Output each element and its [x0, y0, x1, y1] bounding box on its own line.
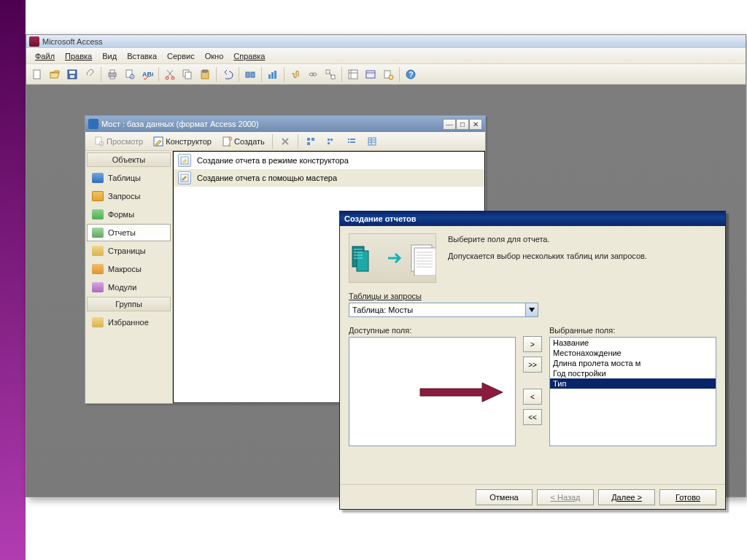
db-titlebar[interactable]: Мост : база данных (формат Access 2000) … [85, 116, 485, 132]
svg-point-22 [312, 73, 317, 76]
svg-rect-40 [330, 139, 333, 141]
list-view-button[interactable] [342, 135, 361, 148]
cut-icon[interactable] [162, 66, 178, 82]
open-icon[interactable] [47, 66, 63, 82]
report-wizard-dialog[interactable]: Создание отчетов Выберите поля для отчет… [339, 211, 726, 510]
move-left-all-button[interactable]: << [523, 409, 542, 425]
cat-label: Избранное [108, 318, 149, 327]
svg-point-28 [389, 75, 393, 79]
tables-queries-combo[interactable]: Таблица: Мосты [349, 303, 538, 317]
create-button[interactable]: Создать [217, 135, 269, 148]
db-window-icon[interactable] [363, 66, 379, 82]
delete-button[interactable] [276, 135, 295, 148]
db-toolbar[interactable]: Просмотр Конструктор Создать [85, 132, 485, 151]
queries-icon [92, 191, 104, 201]
new-file-icon[interactable] [29, 66, 45, 82]
category-reports[interactable]: Отчеты [87, 224, 171, 241]
menu-tools[interactable]: Сервис [163, 50, 199, 62]
svg-rect-0 [34, 70, 40, 79]
copy-icon[interactable] [179, 66, 196, 82]
close-button[interactable]: ✕ [469, 119, 482, 130]
save-icon[interactable] [64, 66, 80, 82]
attach-icon[interactable] [82, 66, 98, 82]
analyze-icon[interactable] [265, 66, 281, 82]
toolbar-separator [216, 67, 217, 82]
preview-button[interactable]: Просмотр [90, 135, 147, 148]
category-modules[interactable]: Модули [87, 279, 171, 296]
menu-view[interactable]: Вид [98, 50, 121, 62]
office-links-icon[interactable] [242, 66, 258, 82]
svg-rect-19 [271, 72, 274, 79]
print-preview-icon[interactable] [122, 66, 138, 82]
svg-rect-17 [251, 72, 255, 77]
combo-value: Таблица: Мосты [352, 306, 413, 314]
undo-icon[interactable] [220, 66, 236, 82]
selected-fields-listbox[interactable]: Название Местонахождение Длина пролета м… [549, 337, 716, 446]
move-left-button[interactable]: < [523, 389, 542, 405]
list-item[interactable]: Местонахождение [550, 348, 716, 358]
field-selection-row: Доступные поля: > >> < << Выбранные поля… [349, 326, 716, 446]
list-item[interactable]: Длина пролета моста м [550, 358, 716, 368]
cancel-button[interactable]: Отмена [476, 489, 533, 505]
help-icon[interactable]: ? [403, 66, 419, 82]
relationships-icon[interactable] [322, 66, 338, 82]
preview-label: Просмотр [107, 137, 143, 146]
properties-icon[interactable] [345, 66, 361, 82]
groups-header: Группы [87, 297, 171, 311]
spellcheck-icon[interactable]: ABC [139, 66, 155, 82]
svg-rect-31 [96, 137, 101, 144]
category-favorites[interactable]: Избранное [87, 314, 171, 331]
svg-rect-5 [110, 70, 115, 73]
back-button[interactable]: < Назад [537, 489, 594, 505]
menu-file[interactable]: Файл [31, 50, 59, 62]
move-right-all-button[interactable]: >> [523, 357, 542, 373]
wizard-footer: Отмена < Назад Далее > Готово [340, 484, 725, 509]
hyperlink-hand-icon[interactable] [287, 66, 303, 82]
svg-rect-39 [328, 139, 330, 141]
finish-button[interactable]: Готово [659, 489, 716, 505]
new-object-icon[interactable] [380, 66, 396, 82]
next-button[interactable]: Далее > [598, 489, 655, 505]
menubar[interactable]: Файл Правка Вид Вставка Сервис Окно Спра… [26, 48, 746, 64]
move-right-button[interactable]: > [523, 336, 542, 352]
menu-window[interactable]: Окно [201, 50, 228, 62]
access-icon [29, 36, 39, 47]
list-item[interactable]: Название [550, 338, 716, 348]
details-view-button[interactable] [363, 135, 382, 148]
create-label: Создать [234, 137, 265, 146]
selected-column: Выбранные поля: Название Местонахождение… [549, 326, 716, 446]
create-icon [222, 136, 232, 147]
menu-insert[interactable]: Вставка [123, 50, 161, 62]
cat-label: Запросы [108, 192, 140, 201]
available-fields-listbox[interactable] [349, 337, 516, 446]
category-pages[interactable]: Страницы [87, 242, 171, 260]
maximize-button[interactable]: □ [456, 119, 469, 130]
minimize-button[interactable]: — [443, 119, 456, 130]
menu-help[interactable]: Справка [229, 50, 269, 62]
combo-dropdown-icon[interactable] [525, 303, 538, 316]
paste-icon[interactable] [197, 66, 213, 82]
menu-edit[interactable]: Правка [61, 50, 96, 62]
large-icons-button[interactable] [301, 135, 320, 148]
chain-link-icon[interactable] [305, 66, 321, 82]
list-item[interactable]: Год постройки [550, 368, 716, 378]
list-item-create-designer[interactable]: Создание отчета в режиме конструктора [174, 152, 484, 169]
print-icon[interactable] [104, 66, 120, 82]
svg-rect-24 [331, 75, 335, 79]
small-icons-button[interactable] [322, 135, 341, 148]
wizard-wand-icon [178, 171, 191, 184]
svg-rect-16 [246, 72, 249, 77]
designer-button[interactable]: Конструктор [149, 135, 216, 148]
category-forms[interactable]: Формы [87, 206, 171, 223]
db-window-icon [88, 119, 98, 129]
selected-label: Выбранные поля: [549, 326, 716, 335]
wizard-titlebar[interactable]: Создание отчетов [340, 211, 725, 226]
category-queries[interactable]: Запросы [87, 187, 171, 205]
wizard-prompt-1: Выберите поля для отчета. [448, 233, 716, 246]
list-item[interactable]: Тип [550, 378, 716, 389]
object-categories[interactable]: Объекты Таблицы Запросы Формы Отчеты Стр… [85, 151, 173, 403]
main-toolbar[interactable]: ABC ? [26, 64, 746, 85]
category-macros[interactable]: Макросы [87, 260, 171, 278]
list-item-create-wizard[interactable]: Создание отчета с помощью мастера [174, 169, 484, 187]
category-tables[interactable]: Таблицы [87, 169, 171, 187]
